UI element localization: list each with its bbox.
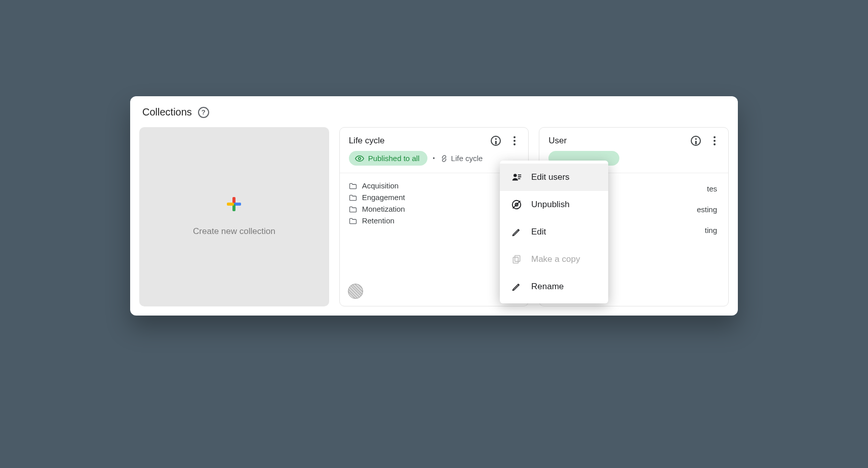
unpublish-icon — [511, 199, 522, 210]
edit-users-icon — [511, 172, 522, 183]
pencil-icon — [511, 281, 522, 292]
create-collection-card[interactable]: Create new collection — [139, 127, 329, 306]
menu-item-edit-users[interactable]: Edit users — [500, 164, 608, 191]
menu-item-label: Edit — [531, 227, 546, 237]
svg-point-0 — [358, 157, 361, 160]
menu-item-rename[interactable]: Rename — [500, 273, 608, 300]
folder-item[interactable]: Monetization — [349, 205, 520, 213]
status-pill[interactable]: Published to all — [349, 151, 428, 166]
info-icon[interactable] — [691, 136, 701, 146]
menu-item-label: Rename — [531, 282, 564, 292]
svg-rect-4 — [518, 178, 521, 179]
avatar[interactable] — [348, 284, 363, 299]
folder-icon — [349, 206, 357, 212]
svg-point-1 — [514, 174, 517, 177]
status-label: Published to all — [368, 154, 420, 163]
copy-icon — [511, 254, 522, 265]
folder-list: Acquisition Engagement Monetization Rete… — [349, 181, 520, 225]
menu-item-label: Unpublish — [531, 200, 570, 210]
menu-item-edit[interactable]: Edit — [500, 218, 608, 246]
folder-item[interactable]: Retention — [349, 216, 520, 225]
folder-item[interactable]: Engagement — [349, 193, 520, 202]
eye-icon — [355, 155, 364, 162]
peek-text: esting — [697, 205, 717, 214]
info-icon[interactable] — [491, 136, 501, 146]
panel-header: Collections ? — [139, 106, 729, 118]
cards-row: Create new collection Life cycle — [139, 127, 729, 306]
more-menu-button[interactable] — [710, 136, 719, 145]
linked-meta: Life cycle — [440, 154, 483, 163]
svg-line-7 — [513, 201, 521, 209]
folder-icon — [349, 217, 357, 224]
menu-item-label: Edit users — [531, 172, 570, 182]
pencil-icon — [511, 226, 522, 238]
folder-icon — [349, 194, 357, 201]
svg-rect-3 — [518, 176, 521, 177]
context-menu: Edit users Unpublish Edit Make a copy Re… — [500, 161, 608, 303]
status-row: Published to all • Life cycle — [349, 151, 520, 166]
link-icon — [440, 154, 448, 163]
more-menu-button[interactable] — [510, 136, 519, 145]
help-icon[interactable]: ? — [198, 107, 209, 118]
folder-icon — [349, 182, 357, 189]
card-title: Life cycle — [349, 136, 385, 146]
menu-item-label: Make a copy — [531, 254, 580, 264]
folder-item[interactable]: Acquisition — [349, 181, 520, 190]
plus-icon — [227, 197, 241, 211]
svg-rect-8 — [515, 256, 520, 262]
create-collection-label: Create new collection — [193, 226, 275, 237]
svg-rect-9 — [513, 257, 518, 263]
peek-text: tes — [707, 184, 717, 193]
panel-title: Collections — [142, 106, 192, 118]
meta-separator: • — [432, 155, 435, 162]
card-title: User — [548, 136, 567, 146]
collections-panel: Collections ? Create new collection Life… — [130, 96, 738, 316]
peek-text: ting — [705, 226, 717, 235]
menu-item-unpublish[interactable]: Unpublish — [500, 191, 608, 218]
menu-item-make-copy: Make a copy — [500, 246, 608, 273]
svg-rect-2 — [518, 175, 521, 176]
